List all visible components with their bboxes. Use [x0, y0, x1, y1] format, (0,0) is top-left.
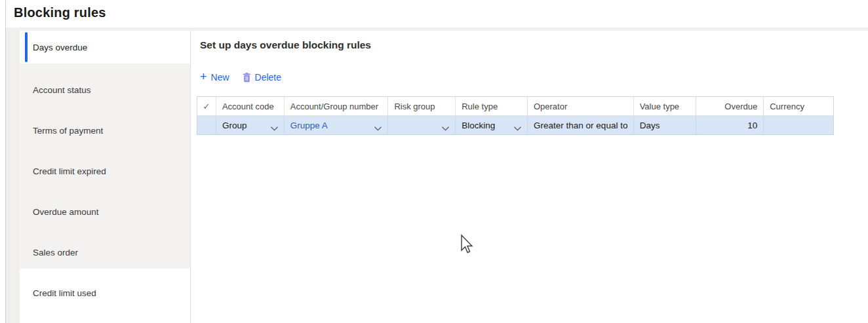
tab-credit-limit-expired[interactable]: Credit limit expired: [20, 155, 190, 187]
blocking-rules-section: Days overdue Account status Terms of pay…: [6, 28, 868, 323]
tab-credit-limit-used[interactable]: Credit limit used: [20, 276, 190, 309]
operator-value: Greater than or equal to: [534, 121, 627, 130]
column-header-operator[interactable]: Operator: [528, 97, 634, 115]
value-type-value: Days: [640, 121, 660, 130]
account-group-number-value[interactable]: Gruppe A: [290, 121, 328, 130]
account-code-value: Group: [222, 121, 247, 130]
plus-icon: +: [200, 71, 207, 82]
vertical-tab-list: Days overdue Account status Terms of pay…: [20, 31, 190, 323]
blocking-rules-grid: ✓ Account code Account/Group number Risk…: [197, 96, 834, 135]
page-title: Blocking rules: [14, 5, 106, 20]
section-left-gutter: [6, 28, 20, 323]
blocking-rules-page: { "title": "Blocking rules", "sidebar": …: [0, 0, 868, 323]
active-tab-accent-bar: [25, 32, 28, 62]
operator-cell[interactable]: Greater than or equal to: [528, 116, 634, 134]
trash-icon: [243, 73, 251, 83]
tab-label: Overdue amount: [33, 207, 99, 217]
overdue-value: 10: [747, 121, 757, 130]
tab-overdue-amount[interactable]: Overdue amount: [20, 195, 190, 228]
column-header-currency[interactable]: Currency: [764, 97, 833, 115]
account-group-number-lookup[interactable]: Gruppe A: [285, 116, 389, 134]
new-button-label: New: [211, 72, 229, 83]
tab-list-background: [20, 31, 190, 269]
column-header-account-code[interactable]: Account code: [216, 97, 285, 115]
tab-terms-of-payment[interactable]: Terms of payment: [20, 114, 190, 147]
rule-type-dropdown[interactable]: Blocking: [456, 116, 528, 134]
delete-button[interactable]: Delete: [243, 72, 281, 83]
currency-cell[interactable]: [764, 116, 833, 134]
column-header-risk-group[interactable]: Risk group: [388, 97, 456, 115]
tab-label: Account status: [33, 85, 91, 95]
chevron-down-icon[interactable]: [514, 123, 521, 133]
tab-days-overdue[interactable]: Days overdue: [20, 31, 190, 64]
rule-type-value: Blocking: [462, 121, 495, 130]
column-header-value-type[interactable]: Value type: [634, 97, 697, 115]
content-pane: Set up days overdue blocking rules + New…: [190, 31, 868, 323]
column-header-overdue[interactable]: Overdue: [696, 97, 764, 115]
overdue-cell[interactable]: 10: [696, 116, 764, 134]
chevron-down-icon[interactable]: [374, 123, 382, 133]
tab-label: Terms of payment: [33, 126, 103, 136]
row-select-cell[interactable]: [197, 116, 216, 134]
column-header-rule-type[interactable]: Rule type: [456, 97, 528, 115]
grid-header-row: ✓ Account code Account/Group number Risk…: [197, 96, 834, 116]
tab-label: Sales order: [33, 248, 78, 257]
tab-label: Credit limit used: [33, 288, 96, 298]
content-heading: Set up days overdue blocking rules: [200, 39, 371, 51]
grid-toolbar: + New Delete: [200, 69, 281, 85]
grid-row-selected[interactable]: Group Gruppe A: [197, 116, 834, 135]
delete-button-label: Delete: [255, 72, 281, 83]
risk-group-dropdown[interactable]: [388, 116, 456, 134]
tab-sales-order[interactable]: Sales order: [20, 236, 190, 269]
tab-label: Days overdue: [33, 43, 87, 52]
tab-account-status[interactable]: Account status: [20, 73, 190, 106]
tab-label: Credit limit expired: [33, 166, 106, 176]
account-code-dropdown[interactable]: Group: [216, 116, 285, 134]
select-all-checkmark[interactable]: ✓: [197, 97, 216, 115]
column-header-account-group-number[interactable]: Account/Group number: [285, 97, 389, 115]
chevron-down-icon[interactable]: [442, 123, 449, 133]
value-type-cell[interactable]: Days: [634, 116, 697, 134]
new-button[interactable]: + New: [200, 72, 229, 83]
chevron-down-icon[interactable]: [271, 123, 278, 133]
